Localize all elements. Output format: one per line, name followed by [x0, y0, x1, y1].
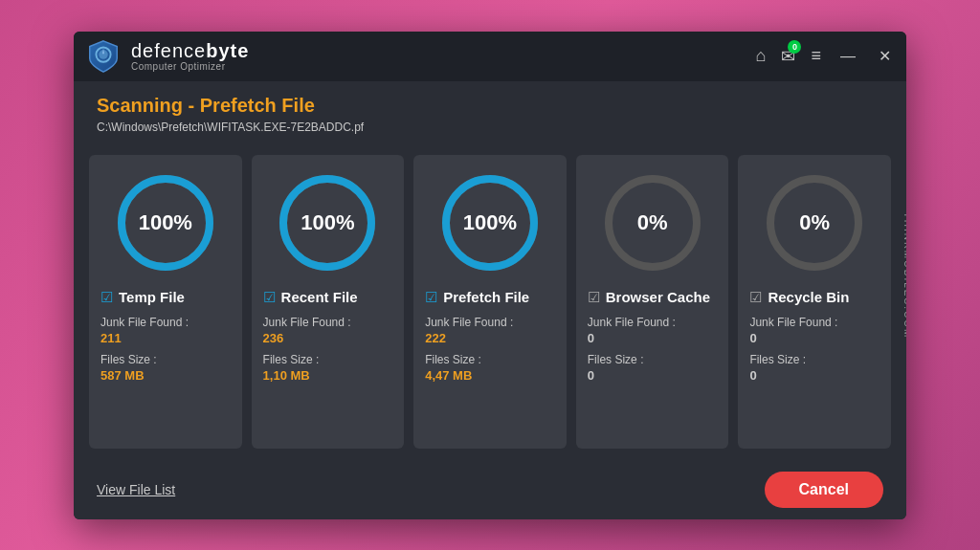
logo-shield-icon [85, 38, 122, 75]
app-name: defencebyte [131, 40, 249, 61]
minimize-button[interactable]: — [836, 46, 859, 67]
app-window: defencebyte Computer Optimizer ⌂ ✉ 0 ≡ —… [74, 32, 906, 519]
title-bar: defencebyte Computer Optimizer ⌂ ✉ 0 ≡ —… [74, 32, 906, 81]
app-subtitle: Computer Optimizer [131, 61, 249, 72]
mail-icon-wrap: ✉ 0 [781, 46, 795, 67]
card-title-prefetch: Prefetch File [443, 289, 529, 305]
card-stat-junk-prefetch: Junk File Found : 222 [425, 316, 555, 353]
card-stat-size-temp: Files Size : 587 MB [100, 353, 231, 390]
percent-label-browser: 0% [637, 210, 668, 235]
progress-circle-recycle: 0% [762, 170, 867, 275]
scan-title: Scanning - Prefetch File [97, 95, 883, 117]
check-icon-recent: ☑ [263, 289, 276, 306]
watermark: THINKMOBILES.COM [902, 211, 906, 339]
percent-label-recycle: 0% [799, 210, 830, 235]
check-icon-prefetch: ☑ [425, 289, 437, 306]
home-icon[interactable]: ⌂ [756, 46, 767, 66]
cancel-button[interactable]: Cancel [765, 472, 883, 508]
card-stat-junk-temp: Junk File Found : 211 [100, 316, 231, 353]
cards-area: 100% ☑ Temp File Junk File Found : 211 F… [74, 143, 906, 460]
card-title-browser: Browser Cache [606, 289, 710, 305]
card-stat-junk-browser: Junk File Found : 0 [588, 316, 718, 353]
card-temp: 100% ☑ Temp File Junk File Found : 211 F… [89, 155, 242, 449]
card-title-row-browser: ☑ Browser Cache [588, 289, 710, 306]
percent-label-prefetch: 100% [463, 210, 517, 235]
scan-path: C:\Windows\Prefetch\WIFITASK.EXE-7E2BADD… [97, 121, 883, 134]
card-title-recent: Recent File [281, 289, 358, 305]
card-title-row-recycle: ☑ Recycle Bin [749, 289, 849, 306]
card-title-temp: Temp File [119, 289, 185, 305]
progress-circle-temp: 100% [113, 170, 218, 275]
card-title-row-temp: ☑ Temp File [100, 289, 185, 306]
logo-area: defencebyte Computer Optimizer [85, 38, 249, 75]
card-stat-junk-recycle: Junk File Found : 0 [749, 316, 880, 353]
card-recycle: 0% ☑ Recycle Bin Junk File Found : 0 Fil… [738, 155, 891, 449]
card-stat-size-prefetch: Files Size : 4,47 MB [425, 353, 555, 390]
progress-circle-prefetch: 100% [437, 170, 543, 275]
card-title-recycle: Recycle Bin [768, 289, 849, 305]
card-recent: 100% ☑ Recent File Junk File Found : 236… [252, 155, 405, 449]
logo-text: defencebyte Computer Optimizer [131, 40, 249, 72]
card-stat-size-recycle: Files Size : 0 [749, 353, 880, 390]
check-icon-browser: ☑ [588, 289, 600, 306]
notification-badge: 0 [788, 40, 801, 54]
progress-circle-recent: 100% [275, 170, 380, 275]
card-stat-size-recent: Files Size : 1,10 MB [263, 353, 393, 390]
title-bar-controls: ⌂ ✉ 0 ≡ — ✕ [756, 45, 895, 67]
close-button[interactable]: ✕ [875, 45, 895, 67]
footer: View File List Cancel [74, 460, 906, 519]
card-stat-size-browser: Files Size : 0 [588, 353, 718, 390]
card-stat-junk-recent: Junk File Found : 236 [263, 316, 393, 353]
check-icon-temp: ☑ [100, 289, 113, 306]
menu-icon[interactable]: ≡ [811, 46, 821, 66]
check-icon-recycle: ☑ [749, 289, 762, 306]
card-prefetch: 100% ☑ Prefetch File Junk File Found : 2… [413, 155, 567, 449]
card-title-row-recent: ☑ Recent File [263, 289, 358, 306]
card-browser: 0% ☑ Browser Cache Junk File Found : 0 F… [576, 155, 729, 449]
scan-header: Scanning - Prefetch File C:\Windows\Pref… [74, 81, 906, 143]
progress-circle-browser: 0% [600, 170, 705, 275]
card-title-row-prefetch: ☑ Prefetch File [425, 289, 529, 306]
percent-label-temp: 100% [139, 210, 192, 235]
percent-label-recent: 100% [301, 210, 354, 235]
view-file-list-button[interactable]: View File List [97, 482, 175, 497]
